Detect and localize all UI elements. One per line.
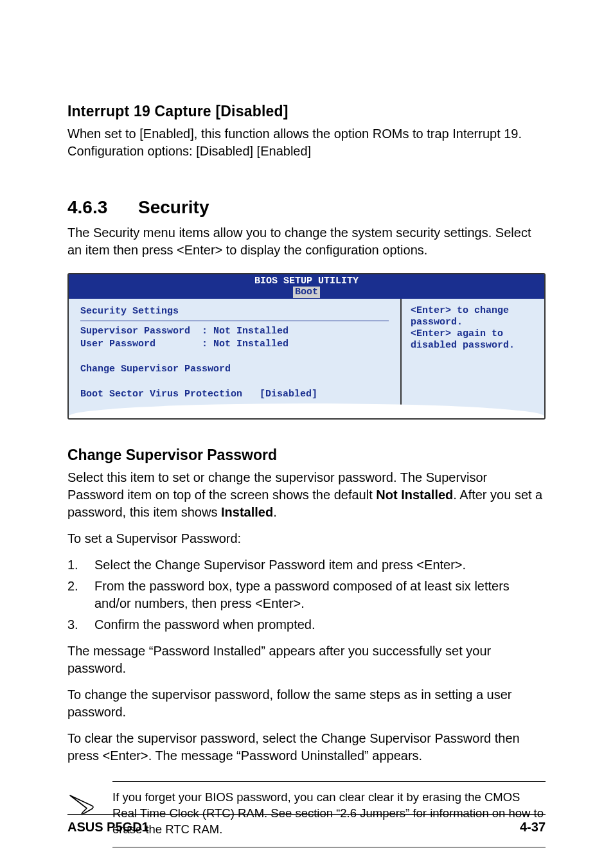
bios-left-panel: Security Settings Supervisor Password : … <box>69 299 402 419</box>
bios-blank <box>80 350 389 363</box>
page-footer: ASUS P5GD1 4-37 <box>67 814 546 835</box>
list-item: 2.From the password box, type a password… <box>67 578 546 612</box>
step-text: Confirm the password when prompted. <box>94 616 315 633</box>
paragraph-interrupt: When set to [Enabled], this function all… <box>67 125 546 160</box>
text-span: . <box>273 505 277 519</box>
bios-header-title: BIOS SETUP UTILITY <box>69 276 544 287</box>
bios-row: User Password : Not Installed <box>80 338 389 351</box>
step-number: 1. <box>67 556 94 574</box>
footer-right: 4-37 <box>520 820 546 835</box>
section-title: Security <box>138 197 209 217</box>
bios-help-panel: <Enter> to change password. <Enter> agai… <box>402 299 544 419</box>
bios-help-line: <Enter> to change <box>411 305 537 317</box>
bios-help-line: <Enter> again to <box>411 328 537 340</box>
footer-left: ASUS P5GD1 <box>67 820 149 835</box>
bold-text: Installed <box>221 505 273 519</box>
bios-left-title: Security Settings <box>80 305 389 318</box>
bios-help-line: disabled password. <box>411 340 537 351</box>
heading-interrupt: Interrupt 19 Capture [Disabled] <box>67 103 546 120</box>
steps-list: 1.Select the Change Supervisor Password … <box>67 556 546 633</box>
bios-blank <box>80 375 389 388</box>
list-item: 3.Confirm the password when prompted. <box>67 616 546 633</box>
bios-row: Supervisor Password : Not Installed <box>80 325 389 338</box>
paragraph: To change the supervisor password, follo… <box>67 686 546 721</box>
paragraph: The message “Password Installed” appears… <box>67 642 546 677</box>
section-heading-security: 4.6.3Security <box>67 197 546 218</box>
step-text: Select the Change Supervisor Password it… <box>94 556 466 574</box>
paragraph-security-intro: The Security menu items allow you to cha… <box>67 224 546 259</box>
paragraph: Select this item to set or change the su… <box>67 469 546 521</box>
paragraph: To clear the supervisor password, select… <box>67 730 546 765</box>
section-number: 4.6.3 <box>67 197 138 218</box>
bold-text: Not Installed <box>376 488 453 502</box>
step-text: From the password box, type a password c… <box>94 578 546 612</box>
bios-header-tab: Boot <box>293 287 320 297</box>
bios-divider <box>80 321 389 321</box>
bios-help-line: password. <box>411 317 537 328</box>
heading-change-supervisor: Change Supervisor Password <box>67 447 546 464</box>
list-item: 1.Select the Change Supervisor Password … <box>67 556 546 574</box>
step-number: 2. <box>67 578 94 612</box>
bios-boot-line: Boot Sector Virus Protection [Disabled] <box>80 388 389 401</box>
step-number: 3. <box>67 616 94 633</box>
bios-change-line: Change Supervisor Password <box>80 363 389 376</box>
paragraph: To set a Supervisor Password: <box>67 530 546 547</box>
bios-header: BIOS SETUP UTILITY Boot <box>69 274 544 299</box>
bios-screenshot: BIOS SETUP UTILITY Boot Security Setting… <box>67 273 546 420</box>
